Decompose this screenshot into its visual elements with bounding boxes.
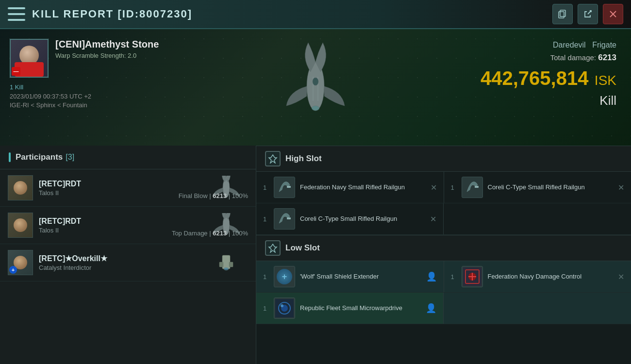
low-slot-title: Low Slot	[285, 243, 320, 253]
module-name-low-3: Republic Fleet Small Microwarpdrive	[300, 304, 421, 313]
avatar-inner-2	[8, 213, 33, 237]
kill-location: IGE-RI < Sphinx < Fountain	[10, 101, 165, 109]
svg-rect-20	[287, 217, 291, 219]
svg-point-8	[313, 78, 318, 85]
participant-ship-img-3	[204, 250, 248, 275]
main-content: Participants [3] [RETC]RDT Talos II	[0, 146, 631, 364]
copy-button[interactable]	[552, 4, 573, 24]
participant-avatar-2	[8, 213, 33, 238]
avatar-inner-1	[8, 176, 33, 200]
hero-ship-stats: Daredevil Frigate Total damage: 6213 442…	[481, 39, 616, 108]
module-item-high-3[interactable]: 1 Coreli C-Type Small Rifled Railgun ✕	[256, 203, 444, 234]
participant-row[interactable]: + [RETC]★Overkill★ Catalyst Interdictor	[0, 244, 256, 281]
high-slot-title: High Slot	[285, 154, 322, 164]
participant-avatar-1	[8, 175, 33, 200]
module-qty-1: 1	[263, 184, 269, 191]
module-row-low-2: 1 Republic Fleet Small Microwarpdrive 👤	[256, 293, 631, 324]
module-item-high-2[interactable]: 1 Coreli C-Type Small Rifled Railgun ✕	[444, 172, 631, 203]
fitting-panel: High Slot 1 Federation Navy Small Rifled…	[256, 146, 631, 364]
module-row-high-2: 1 Coreli C-Type Small Rifled Railgun ✕	[256, 203, 631, 235]
page-title: KILL REPORT [ID:8007230]	[32, 8, 192, 20]
module-item-high-1[interactable]: 1 Federation Navy Small Rifled Railgun ✕	[256, 172, 444, 203]
svg-rect-18	[475, 186, 479, 188]
red-badge: —	[12, 67, 20, 76]
svg-point-14	[224, 267, 229, 270]
svg-rect-12	[219, 262, 223, 267]
module-icon-2	[462, 177, 483, 198]
low-slot-icon	[265, 240, 281, 256]
participant-row[interactable]: [RETC]RDT Talos II Final Blow | 6213 | 1…	[0, 169, 256, 207]
high-slot-section: High Slot 1 Federation Navy Small Rifled…	[256, 146, 631, 235]
module-name-low-1: 'Wolf' Small Shield Extender	[300, 272, 421, 281]
empty-slot	[444, 203, 631, 234]
participant-row[interactable]: [RETC]RDT Talos II Top Damage | 6213 | 1…	[0, 207, 256, 244]
empty-low-slot	[444, 293, 631, 324]
hero-section: — [CENI]Amethyst Stone Warp Scramble Str…	[0, 29, 631, 146]
avatar-face-2	[14, 218, 27, 232]
kill-count: 1 Kill	[10, 83, 165, 91]
participant-name-3: [RETC]★Overkill★	[39, 254, 199, 263]
participant-name-2: [RETC]RDT	[39, 217, 199, 226]
module-item-low-2[interactable]: 1 Federation Navy Damage Control ✕	[444, 261, 631, 292]
menu-icon[interactable]	[8, 7, 25, 21]
person-icon-2: 👤	[426, 303, 436, 314]
module-item-low-1[interactable]: 1 'Wolf' Small Shield Extender 👤	[256, 261, 444, 292]
module-drop-x-3: ✕	[430, 215, 436, 224]
title-bar-actions	[552, 4, 623, 24]
low-slot-header: Low Slot	[256, 235, 631, 261]
participant-name-1: [RETC]RDT	[39, 180, 199, 188]
participant-ship-1: Talos II	[39, 189, 199, 197]
ship-illustration	[252, 38, 379, 137]
svg-point-29	[281, 304, 283, 307]
module-name-low-2: Federation Navy Damage Control	[488, 272, 614, 281]
close-button[interactable]	[603, 4, 623, 24]
module-drop-x-1: ✕	[431, 183, 437, 192]
isk-label: ISK	[595, 73, 616, 88]
module-icon-low-3	[274, 298, 295, 319]
module-qty-low-3: 1	[263, 305, 269, 312]
module-icon-1	[274, 177, 295, 198]
kill-time: 2023/01/09 00:37:53 UTC +2	[10, 93, 165, 100]
participants-count: [3]	[66, 153, 74, 162]
participants-title: Participants	[16, 152, 63, 162]
svg-rect-13	[229, 262, 233, 267]
module-qty-3: 1	[263, 215, 269, 223]
export-button[interactable]	[578, 4, 598, 24]
svg-rect-19	[275, 210, 294, 228]
svg-rect-17	[463, 178, 482, 197]
module-icon-3	[274, 208, 295, 230]
module-icon-low-2	[462, 266, 483, 287]
module-row-high-1: 1 Federation Navy Small Rifled Railgun ✕…	[256, 172, 631, 203]
participant-info-1: [RETC]RDT Talos II	[39, 180, 199, 197]
svg-point-5	[312, 106, 319, 111]
participants-header: Participants [3]	[0, 146, 256, 169]
title-bar: KILL REPORT [ID:8007230]	[0, 0, 631, 29]
pilot-avatar: —	[10, 39, 49, 78]
module-drop-x-low-2: ✕	[618, 272, 624, 281]
module-qty-2: 1	[451, 184, 457, 191]
module-qty-low-1: 1	[263, 273, 269, 281]
svg-rect-0	[559, 12, 564, 18]
person-icon-1: 👤	[426, 271, 437, 282]
svg-rect-1	[560, 10, 565, 17]
svg-rect-15	[275, 178, 294, 197]
module-name-high-3: Coreli C-Type Small Rifled Railgun	[300, 215, 425, 223]
module-icon-low-1	[274, 266, 295, 287]
module-name-high-1: Federation Navy Small Rifled Railgun	[300, 183, 426, 192]
participant-ship-3: Catalyst Interdictor	[39, 264, 199, 271]
module-drop-x-2: ✕	[618, 183, 624, 192]
participants-panel: Participants [3] [RETC]RDT Talos II	[0, 146, 256, 364]
svg-rect-11	[222, 255, 230, 269]
isk-value: 442,765,814	[481, 67, 588, 89]
header-bar-accent	[9, 152, 11, 162]
module-item-low-3[interactable]: 1 Republic Fleet Small Microwarpdrive 👤	[256, 293, 444, 324]
participant-info-3: [RETC]★Overkill★ Catalyst Interdictor	[39, 254, 199, 271]
outcome-label: Kill	[481, 93, 616, 108]
module-name-high-2: Coreli C-Type Small Rifled Railgun	[488, 183, 614, 192]
ship-name-class: Daredevil Frigate	[481, 39, 616, 50]
low-slot-section: Low Slot 1 'Wolf' Small Shield Extender …	[256, 235, 631, 324]
pilot-warp-strength: Warp Scramble Strength: 2.0	[55, 52, 165, 59]
high-slot-icon	[265, 151, 281, 166]
module-row-low-1: 1 'Wolf' Small Shield Extender 👤 1	[256, 261, 631, 293]
pilot-name: [CENI]Amethyst Stone	[55, 39, 165, 50]
